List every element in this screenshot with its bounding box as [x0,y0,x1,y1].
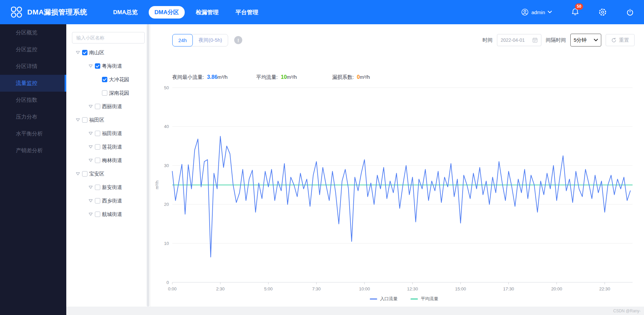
legend-item-1[interactable]: 平均流量 [410,296,438,302]
tree-checkbox[interactable] [82,171,87,177]
tree-checkbox[interactable] [102,90,107,96]
settings-button[interactable] [599,8,607,16]
date-picker[interactable] [497,34,541,46]
tree-node-label[interactable]: 粤海街道 [102,63,122,69]
tree-checkbox[interactable] [95,185,100,190]
tree-checkbox[interactable] [95,158,100,163]
tree-checkbox[interactable] [95,104,100,109]
tree-node-label[interactable]: 宝安区 [89,171,104,177]
calendar-icon [532,37,538,43]
svg-text:0: 0 [167,280,169,285]
app-header: DMA漏损管理系统 DMA总览DMA分区检漏管理平台管理 admin 50 [0,0,644,24]
tree-node-label[interactable]: 深南花园 [109,90,129,96]
svg-text:0:00: 0:00 [168,286,176,291]
legend-label: 入口流量 [380,296,398,302]
stats-row: 夜间最小流量:3.86m³/h平均流量:10m³/h漏损系数:0m³/h [172,73,644,81]
tree-node-label[interactable]: 新安街道 [102,184,122,191]
tab-night[interactable]: 夜间(0-5h) [189,34,228,46]
district-tree: 南山区粤海街道大冲花园深南花园西丽街道福田区福田街道莲花街道梅林街道宝安区新安街… [66,46,150,221]
tab-24h[interactable]: 24h [172,34,193,46]
expander-icon[interactable] [88,105,93,108]
svg-text:22:30: 22:30 [599,286,610,291]
chart-legend: 入口流量平均流量 [150,296,644,302]
tree-node-label[interactable]: 西丽街道 [102,103,122,110]
sidebar-item-0[interactable]: 分区概览 [0,24,66,41]
tree-node-4: 西丽街道 [66,100,150,113]
tree-scrollbar[interactable] [147,24,149,307]
sidebar-item-1[interactable]: 分区监控 [0,41,66,58]
sidebar-item-7[interactable]: 产销差分析 [0,142,66,159]
tree-node-6: 福田街道 [66,127,150,140]
nav-item-3[interactable]: 平台管理 [230,6,264,19]
tree-node-label[interactable]: 福田区 [89,117,104,123]
user-name: admin [531,9,545,15]
user-menu[interactable]: admin [521,8,552,16]
search-input[interactable] [72,32,145,43]
tree-node-label[interactable]: 福田街道 [102,130,122,137]
tree-checkbox[interactable] [102,77,107,82]
legend-swatch [410,298,418,300]
tree-node-1: 粤海街道 [66,59,150,73]
expander-icon[interactable] [76,172,80,176]
tree-node-label[interactable]: 南山区 [89,50,104,56]
tree-node-12: 航城街道 [66,208,150,221]
expander-icon[interactable] [88,199,93,202]
stat-value: 10 [281,74,287,80]
tree-node-label[interactable]: 航城街道 [102,211,122,218]
sidebar-item-2[interactable]: 分区详情 [0,58,66,75]
stat-item-0: 夜间最小流量:3.86m³/h [172,74,227,81]
svg-text:20: 20 [164,202,169,207]
tree-node-9: 宝安区 [66,167,150,181]
interval-label: 间隔时间 [546,37,566,43]
sidebar-item-3[interactable]: 流量监控 [0,75,66,92]
chevron-down-icon [548,11,552,13]
tree-checkbox[interactable] [95,63,100,69]
expander-icon[interactable] [88,186,93,189]
tree-node-label[interactable]: 梅林街道 [102,157,122,164]
expander-icon[interactable] [88,64,93,68]
expander-icon[interactable] [88,132,93,135]
stat-item-1: 平均流量:10m³/h [256,74,297,81]
info-icon[interactable]: ! [234,36,242,44]
logout-button[interactable] [626,8,634,16]
date-input[interactable] [501,37,530,43]
tree-checkbox[interactable] [82,117,87,123]
expander-icon[interactable] [76,51,80,54]
expander-icon[interactable] [88,159,93,162]
nav-item-2[interactable]: 检漏管理 [190,6,224,19]
legend-label: 平均流量 [421,296,438,302]
sidebar-item-5[interactable]: 压力分布 [0,108,66,125]
tree-node-2: 大冲花园 [66,73,150,86]
notification-badge: 50 [575,3,583,10]
expander-icon[interactable] [76,118,80,122]
tree-checkbox[interactable] [95,212,100,217]
expander-icon[interactable] [88,213,93,216]
stat-label: 漏损系数: [332,74,354,81]
tree-node-3: 深南花园 [66,86,150,100]
tree-checkbox[interactable] [95,144,100,150]
expander-icon[interactable] [88,145,93,149]
nav-item-0[interactable]: DMA总览 [107,6,143,19]
svg-text:10:00: 10:00 [359,286,370,291]
refresh-icon [611,38,616,43]
tree-node-7: 莲花街道 [66,140,150,154]
stat-value: 0 [357,74,360,80]
tree-node-label[interactable]: 西乡街道 [102,198,122,204]
line-chart-canvas[interactable]: 010203040500:002:305:007:3010:0012:3015:… [150,80,640,294]
notifications-button[interactable]: 50 [571,8,579,17]
svg-text:2:30: 2:30 [216,286,224,291]
reset-button[interactable]: 重置 [606,34,635,46]
tree-node-label[interactable]: 莲花街道 [102,144,122,150]
sidebar-item-4[interactable]: 分区指数 [0,92,66,108]
select-caret-icon [594,39,598,41]
tree-node-5: 福田区 [66,113,150,127]
legend-item-0[interactable]: 入口流量 [370,296,398,302]
tree-checkbox[interactable] [95,131,100,136]
interval-select[interactable]: 5分钟 [570,34,601,46]
nav-item-1[interactable]: DMA分区 [149,6,185,19]
footer-strip: CSDN @Rany- [66,307,644,315]
tree-checkbox[interactable] [95,198,100,203]
tree-checkbox[interactable] [82,50,87,55]
tree-node-label[interactable]: 大冲花园 [109,76,129,83]
sidebar-item-6[interactable]: 水平衡分析 [0,125,66,142]
